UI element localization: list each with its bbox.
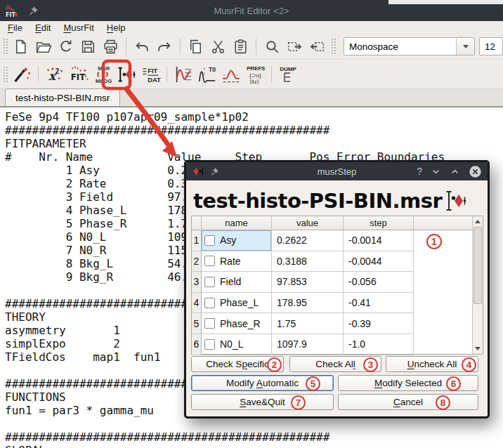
value-cell[interactable]: 1097.9 (272, 334, 344, 355)
parameter-name: Rate (220, 256, 241, 267)
svg-text:2: 2 (55, 67, 60, 74)
value-cell[interactable]: 0.3188 (272, 251, 344, 272)
menu-edit[interactable]: Edit (29, 22, 57, 33)
undo-button[interactable] (131, 36, 153, 57)
find-previous-button[interactable] (306, 36, 328, 57)
wizard-button[interactable] (10, 62, 34, 86)
fit-dat-button[interactable]: FITDAT (138, 62, 162, 86)
find-icon (263, 38, 281, 55)
toolbar-handle[interactable] (3, 38, 8, 55)
save-button[interactable] (77, 36, 100, 57)
scrollbar-thumb[interactable] (473, 227, 482, 304)
roll-down-icon[interactable] (431, 166, 441, 177)
value-cell[interactable]: 0.2622 (272, 230, 344, 251)
t0-button[interactable]: T0 (195, 62, 219, 86)
step-cell[interactable]: -0.0044 (344, 251, 414, 272)
step-cell[interactable]: -0.41 (344, 293, 414, 314)
toolbar-separator (126, 38, 126, 55)
toolbar-separator (166, 66, 167, 83)
svg-text:DAT: DAT (148, 76, 161, 83)
row-number: 2 (192, 251, 202, 272)
column-header-name[interactable]: name (202, 216, 272, 230)
menu-help[interactable]: Help (100, 22, 132, 33)
find-next-button[interactable] (283, 36, 306, 57)
row-checkbox[interactable] (204, 277, 215, 287)
scroll-up-icon[interactable] (473, 217, 483, 226)
toolbar-handle[interactable] (331, 38, 336, 55)
open-folder-button[interactable] (32, 36, 55, 57)
print-button[interactable] (99, 36, 122, 57)
row-checkbox[interactable] (204, 339, 215, 350)
musrstep-button[interactable] (115, 62, 138, 86)
row-checkbox[interactable] (204, 298, 215, 308)
prefs-button[interactable]: PREFS{⊃u}⟨ilz⟩ (243, 62, 267, 86)
redo-button[interactable] (153, 36, 176, 57)
redo-icon (155, 38, 173, 55)
name-cell[interactable]: Phase_L (202, 293, 272, 314)
svg-text:MSR: MSR (98, 65, 110, 72)
save-quit-button[interactable]: Save&Quit7 (191, 394, 334, 410)
name-cell[interactable]: Rate (202, 251, 272, 272)
menu-file[interactable]: File (1, 22, 29, 33)
toolbar-handle[interactable] (3, 66, 8, 83)
table-row: 6N0_L1097.9-1.0 (192, 334, 472, 355)
close-icon[interactable] (469, 165, 482, 178)
modify-automatic-button[interactable]: Modify Automatic5 (191, 375, 334, 391)
value-cell[interactable]: 97.853 (272, 272, 344, 293)
cut-button[interactable] (207, 36, 230, 57)
fourier-button[interactable] (219, 62, 243, 86)
new-file-button[interactable] (10, 36, 32, 57)
reload-button[interactable] (55, 36, 77, 57)
musrstep-dialog: musrStep ? test-histo-PSI-BIN.msr (184, 160, 490, 419)
roll-up-icon[interactable] (450, 166, 460, 177)
chisq-button[interactable]: x2 (43, 62, 67, 86)
paste-button[interactable] (230, 36, 252, 57)
toolbar-separator (271, 66, 272, 83)
plot-button[interactable] (171, 62, 195, 86)
value-cell[interactable]: 1.75 (272, 313, 344, 334)
table-header: name value step (192, 216, 472, 230)
check-specific-button[interactable]: Check Specific2 (191, 356, 284, 372)
step-cell[interactable]: -0.0014 (344, 230, 414, 251)
value-cell[interactable]: 178.95 (272, 293, 344, 314)
find-button[interactable] (261, 36, 283, 57)
wizard-icon (11, 64, 32, 85)
empty-cell (414, 230, 472, 251)
dialog-heading-title: test-histo-PSI-BIN.msr (193, 189, 442, 213)
row-checkbox[interactable] (204, 256, 215, 266)
step-cell[interactable]: -1.0 (344, 334, 414, 355)
name-cell[interactable]: Asy (202, 230, 272, 251)
name-cell[interactable]: Field (202, 272, 272, 293)
step-cell[interactable]: -0.39 (344, 313, 414, 334)
uncheck-all-button[interactable]: Uncheck All4 (386, 356, 478, 372)
table-row: 4Phase_L178.95-0.41 (192, 293, 472, 314)
dialog-help-button[interactable]: ? (417, 166, 422, 177)
chevron-down-icon (463, 45, 469, 48)
cancel-button[interactable]: Cancel8 (338, 394, 478, 410)
check-all-button[interactable]: Check All3 (289, 356, 381, 372)
chisq-icon: x2 (44, 64, 65, 85)
tab-msr-file[interactable]: test-histo-PSI-BIN.msr (5, 88, 120, 106)
find-previous-icon (308, 38, 326, 55)
modify-selected-button[interactable]: Modify Selected6 (338, 375, 478, 391)
menu-musrfit[interactable]: MusrFit (57, 22, 100, 33)
row-checkbox[interactable] (204, 318, 215, 329)
scroll-down-icon[interactable] (473, 344, 483, 353)
fit-button[interactable]: FIT (67, 62, 91, 86)
parameter-name: Phase_R (220, 318, 261, 329)
step-cell[interactable]: -0.056 (344, 272, 414, 293)
msr-mlog-button[interactable]: MSRMLOG (91, 62, 115, 86)
combo-dropdown-button[interactable] (456, 38, 474, 55)
font-family-combobox[interactable]: Monospace (344, 37, 475, 55)
name-cell[interactable]: N0_L (202, 334, 272, 355)
dump-button[interactable]: DUMP (276, 62, 300, 86)
row-number: 6 (192, 334, 202, 355)
name-cell[interactable]: Phase_R (202, 313, 272, 334)
row-checkbox[interactable] (204, 235, 215, 246)
column-header-step[interactable]: step (344, 216, 414, 230)
new-file-icon (12, 38, 30, 55)
column-header-value[interactable]: value (272, 216, 344, 230)
font-size-spinbox[interactable]: 12 (479, 37, 503, 55)
table-scrollbar[interactable] (472, 216, 483, 354)
copy-button[interactable] (185, 36, 207, 57)
